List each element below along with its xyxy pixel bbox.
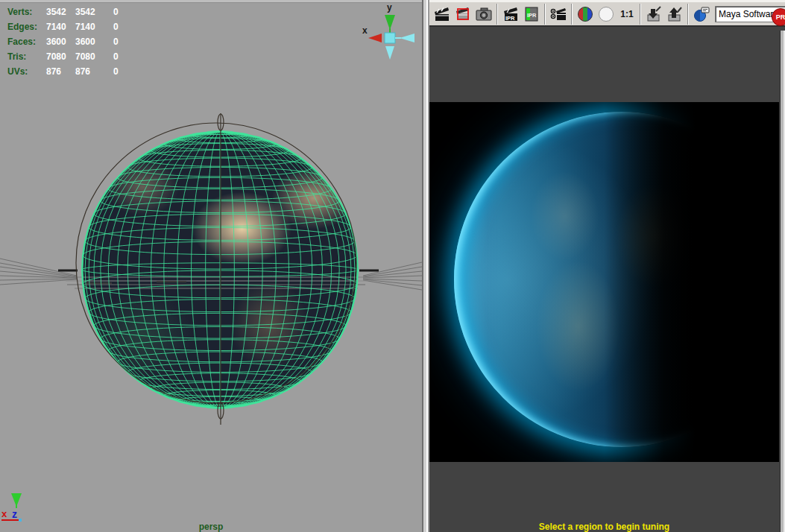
window-divider[interactable]	[422, 0, 429, 532]
render-region-icon[interactable]	[453, 4, 473, 24]
redo-previous-render-icon[interactable]	[432, 4, 452, 24]
persp-viewport[interactable]: Verts: 3542 3542 0 Edges: 7140 7140 0 Fa…	[0, 0, 422, 532]
viewport-scene: y x x z	[0, 0, 422, 532]
render-globals-icon[interactable]	[692, 4, 711, 24]
z-axis-arrow-icon[interactable]	[400, 34, 414, 42]
toolbar-separator	[640, 4, 641, 25]
view-axis-x-label: x	[1, 508, 7, 519]
ipr-update-icon[interactable]: IPR	[522, 4, 541, 24]
y-axis-arrow-icon[interactable]	[385, 15, 395, 30]
manip-y-label: y	[387, 2, 392, 13]
earth-shadow-overlay	[429, 102, 779, 462]
view-axis-indicator: x z	[1, 493, 22, 522]
toolbar-separator	[571, 4, 573, 25]
x-axis-arrow-icon[interactable]	[368, 34, 382, 42]
remove-image-icon[interactable]	[665, 4, 684, 24]
pr-badge-label: PR	[776, 13, 785, 21]
ipr-status-message: Select a region to begin tuning	[429, 522, 779, 532]
toolbar-separator	[544, 4, 546, 25]
wireframe-sphere[interactable]	[82, 131, 358, 409]
toolbar-separator	[496, 4, 498, 25]
real-size-label: 1:1	[620, 9, 633, 19]
view-axis-z-label: z	[12, 508, 17, 520]
manip-x-label: x	[362, 25, 368, 36]
pr-badge-icon[interactable]: PR	[772, 8, 785, 26]
snapshot-camera-icon[interactable]	[474, 4, 494, 24]
manip-center-handle[interactable]	[385, 33, 395, 43]
render-sequence-icon[interactable]	[549, 4, 568, 24]
renderer-dropdown-value: Maya Software	[716, 9, 778, 19]
display-alpha-channel-icon[interactable]	[596, 4, 616, 24]
window-right-edge	[780, 31, 785, 532]
view-axis-y-arrow-icon	[11, 493, 22, 507]
keep-image-icon[interactable]	[644, 4, 663, 24]
rendered-image[interactable]	[429, 102, 779, 462]
camera-name-label[interactable]: persp	[0, 522, 422, 532]
render-view-body: Select a region to begin tuning	[429, 31, 785, 532]
render-view-toolbar: IPR IPR	[429, 0, 785, 27]
maya-window: Verts: 3542 3542 0 Edges: 7140 7140 0 Fa…	[0, 0, 785, 532]
toolbar-separator	[687, 4, 689, 25]
real-size-button[interactable]: 1:1	[617, 4, 637, 24]
render-view-window: IPR IPR	[429, 0, 785, 532]
svg-text:IPR: IPR	[505, 15, 515, 22]
move-manipulator[interactable]: y x	[362, 2, 414, 60]
axis-arrow-down-icon[interactable]	[385, 46, 394, 60]
svg-text:IPR: IPR	[527, 12, 537, 19]
ipr-render-icon[interactable]: IPR	[501, 4, 520, 24]
display-rgb-channels-icon[interactable]	[576, 4, 595, 24]
